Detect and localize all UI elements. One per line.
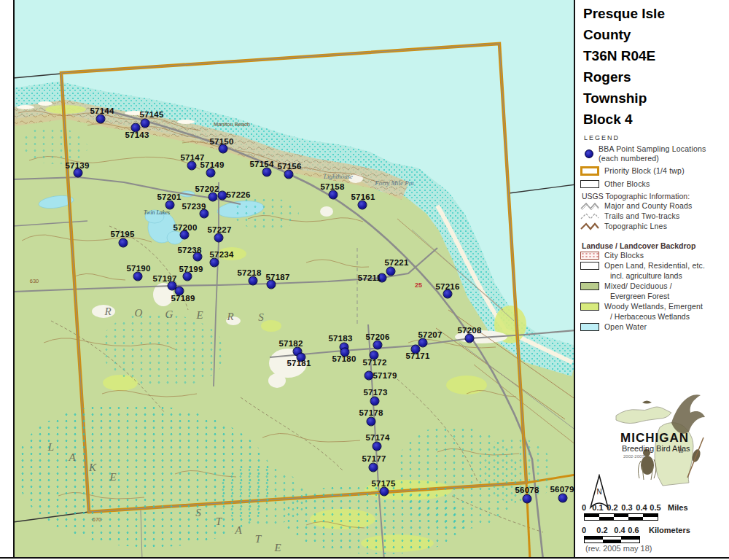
bba-point-label: 57179 [373,372,397,380]
mi-tick: 0.3 [621,503,632,512]
bba-point [208,192,218,202]
roads-line-icon [580,201,599,211]
bba-point-label: 57202 [195,185,219,193]
priority-block-swatch [580,166,599,176]
topo-label: Topographic Lnes [604,222,667,231]
bba-point-label: 57156 [278,163,302,171]
bba-point-label: 57208 [458,327,482,335]
bba-point-label: 57200 [174,224,198,232]
woody-wetlands-swatch [580,303,599,311]
km-tick: 0.4 [614,526,625,534]
map-text-label: G [165,308,174,321]
bba-point-label: 57177 [362,455,386,463]
map-text-label: Forty Mile Pnt [375,179,414,187]
open-water-swatch [580,323,599,331]
bba-point-icon [585,149,593,158]
bba-point-label: 57183 [329,335,353,343]
bba-point-label: 57238 [178,246,202,254]
map-neatline-left [13,0,15,559]
logo-title: MICHIGAN [620,431,689,445]
title-line: Presque Isle [576,3,665,24]
bba-point [370,397,380,406]
bba-point-label: 57154 [250,160,274,168]
title-line: Township [576,88,665,109]
map-text-label: O [135,307,143,319]
small-flying-bird-icon [642,401,652,404]
mi-tick: 0.1 [592,503,603,512]
city-blocks-swatch [580,252,599,260]
bba-point-label: 57143 [125,131,149,139]
bba-point-label: 57161 [351,193,375,201]
map-text-label: A [235,524,241,537]
miles-scale-bar [584,513,658,521]
north-label: N [596,488,601,496]
bba-point-label: 57145 [140,111,164,119]
open-land-label2: incl. agriculture lands [610,271,682,280]
map-sheet: Manitou BeachLighthouseForty Mile PntTwi… [0,0,729,560]
legend-roads-row: Major and County Roads [580,201,693,211]
woody-wetlands-label: Woody Wetlands, Emergent [604,302,703,311]
map-text-label: 670 [93,516,102,523]
legend-mixed-row: Mixed/ Deciduous / [580,281,672,291]
woody-wetlands-label2: / Herbaceous Wetlands [610,312,690,321]
bba-point [206,168,216,178]
map-text-label: Twin Lakes [144,209,170,216]
bba-point-label: 57149 [200,161,225,169]
bba-point-label: 57197 [153,275,177,283]
trails-label: Trails and Two-tracks [604,211,679,221]
bba-point-label: 57182 [279,340,303,348]
mi-tick: 0.5 [650,503,660,512]
map-text-label: S [258,311,264,324]
bba-point-label: 57173 [364,389,388,397]
bba-point [141,119,150,128]
hawk-icon [671,394,705,433]
title-line: T36N R04E [576,45,665,66]
legend-priority-row: Priority Block (1/4 twp) [580,166,685,176]
bba-point-label: 57226 [227,191,251,199]
mi-tick: 0.2 [607,503,617,512]
mi-unit: Miles [668,503,688,512]
bba-point-label: 57144 [90,107,114,115]
map-text-label: 25 [415,281,422,289]
legend-heading: LEGEND [584,134,620,141]
mi-tick: 0.4 [636,503,647,512]
legend-panel: Presque Isle County T36N R04E Rogers Tow… [576,0,729,560]
open-land-swatch [580,262,599,270]
legend-trails-row: Trails and Two-tracks [580,211,679,221]
bba-point-label: 57139 [66,162,90,170]
legend-topo-row: Topographic Lnes [580,222,667,231]
map-text-label: R [227,311,233,323]
bba-point-label: 57234 [210,251,234,259]
map-text-label: L [48,441,54,454]
map-canvas: Manitou BeachLighthouseForty Mile PntTwi… [0,0,576,560]
bba-point [369,463,378,472]
map-text-label: Manitou Beach [214,121,250,128]
legend-bba-label: BBA Point Sampling Locations (each numbe… [599,144,706,163]
logo-years: 2002-2007 [623,454,644,459]
legend-other-row: Other Blocks [580,179,650,189]
logo-numeral: II [679,447,683,454]
bba-point [262,168,272,177]
trails-line-icon [580,211,599,221]
map-text-label: E [109,471,116,483]
bba-point-label: 57181 [287,359,311,368]
bba-point [367,417,376,427]
priority-block-label: Priority Block (1/4 twp) [604,166,685,176]
bba-point [96,114,106,124]
mixed-forest-label2: Evergreen Forest [610,292,669,300]
map-text-label: T [216,516,222,528]
bba-point [386,267,396,276]
map-text-label: K [89,462,96,474]
bba-point [119,238,128,248]
map-text-label: 630 [30,278,39,284]
map-text-label: Lighthouse [324,173,353,180]
bba-point-label: 57211 [358,274,381,282]
open-land-label: Open Land, Residential, etc. [604,261,705,271]
bba-point-label: 57195 [111,230,135,238]
bba-point [558,494,568,503]
topo-line-icon [580,222,599,231]
mi-tick: 0 [582,503,586,512]
bba-point-label: 57199 [179,265,203,273]
bba-point-label: 57239 [182,203,206,211]
map-text-label: E [274,542,281,554]
